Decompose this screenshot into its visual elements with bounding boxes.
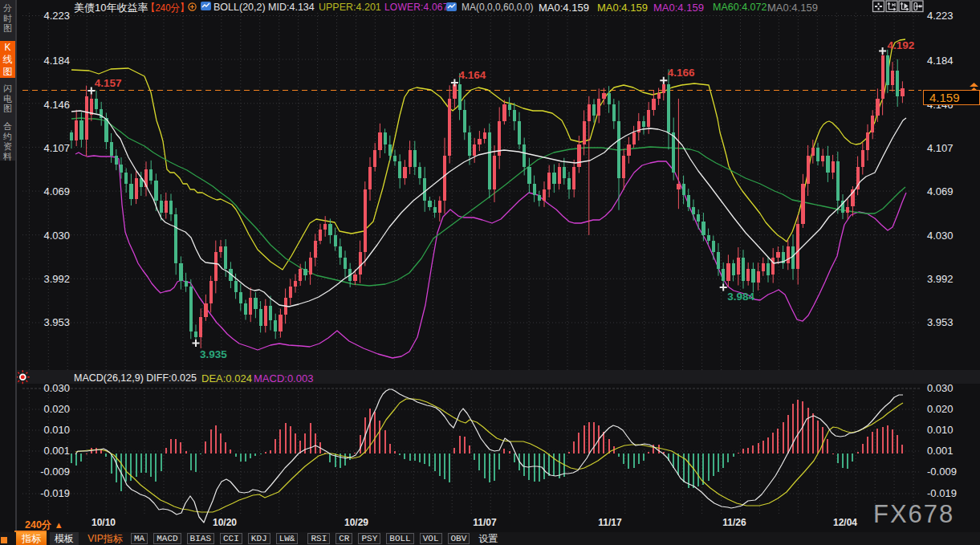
- svg-text:4.166: 4.166: [668, 67, 695, 79]
- svg-text:4.164: 4.164: [458, 69, 486, 81]
- svg-text:3.935: 3.935: [200, 348, 227, 360]
- svg-text:4.192: 4.192: [888, 39, 915, 51]
- svg-text:3.984: 3.984: [727, 291, 754, 303]
- svg-text:4.157: 4.157: [95, 77, 122, 89]
